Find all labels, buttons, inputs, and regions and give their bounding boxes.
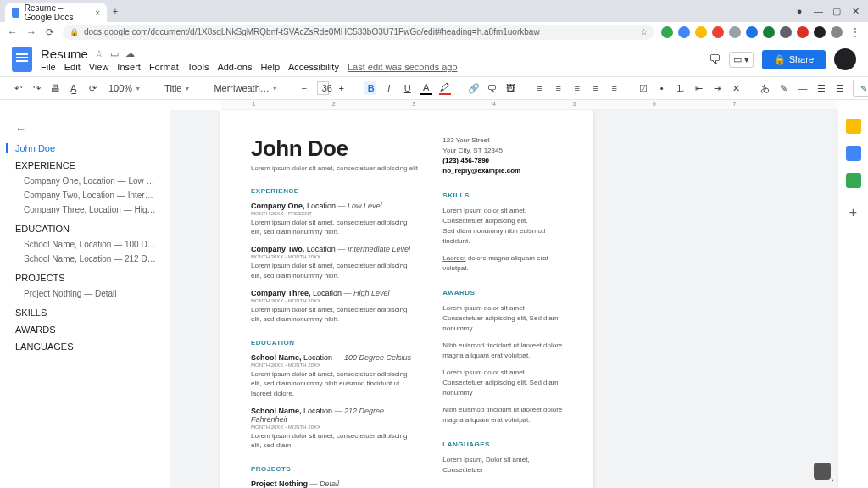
ext-icon[interactable] (712, 26, 724, 38)
print-button[interactable]: 🖶 (49, 83, 61, 93)
editing-mode-select[interactable]: ✎ Editing ▼ (853, 80, 868, 97)
tb-op2-icon[interactable]: ☰ (834, 83, 846, 94)
calendar-icon[interactable] (846, 119, 861, 134)
section-skills[interactable]: SKILLS (442, 191, 563, 199)
skills-text-2[interactable]: Laoreet dolore magna aliquam erat volutp… (442, 253, 563, 274)
ext-icon[interactable] (831, 26, 843, 38)
menu-file[interactable]: File (41, 62, 56, 72)
menu-accessibility[interactable]: Accessibility (288, 62, 339, 72)
outline-heading[interactable]: SKILLS (15, 308, 161, 318)
side-panel-toggle[interactable]: › (831, 474, 834, 485)
last-edit-link[interactable]: Last edit was seconds ago (348, 62, 458, 72)
size-minus[interactable]: − (298, 83, 310, 93)
menu-addons[interactable]: Add-ons (217, 62, 252, 72)
clear-format-button[interactable]: ✕ (731, 83, 743, 94)
italic-button[interactable]: I (383, 83, 395, 93)
skills-text[interactable]: Lorem ipsum dolor sit amet. Consectetuer… (442, 206, 563, 247)
close-window-button[interactable]: ✕ (851, 6, 860, 17)
present-icon[interactable]: ▭ ▾ (729, 52, 754, 68)
font-select[interactable]: Merriweath…▼ (210, 83, 281, 93)
align-center-button[interactable]: ≡ (553, 83, 565, 93)
size-plus[interactable]: + (336, 83, 348, 93)
award-text[interactable]: Lorem ipsum dolor sit amet Consectetuer … (442, 303, 563, 334)
menu-format[interactable]: Format (149, 62, 179, 72)
tasks-icon[interactable] (846, 173, 861, 188)
outline-item[interactable]: School Name, Location — 100 D… (15, 237, 161, 252)
resume-entry[interactable]: Company One, Location — Low LevelMONTH 2… (251, 202, 419, 236)
outline-heading[interactable]: AWARDS (15, 324, 161, 335)
close-tab-icon[interactable]: × (95, 8, 100, 18)
award-text[interactable]: Nibh euismod tincidunt ut laoreet dolore… (442, 405, 563, 425)
section-languages[interactable]: LANGUAGES (442, 441, 563, 448)
redo-button[interactable]: ↷ (31, 83, 42, 94)
outline-item[interactable]: School Name, Location — 212 D… (15, 252, 161, 266)
outline-heading[interactable]: EXPERIENCE (15, 160, 161, 170)
ext-icon[interactable] (695, 26, 707, 38)
menu-view[interactable]: View (89, 62, 109, 72)
resume-entry[interactable]: Company Three, Location — High LevelMONT… (251, 289, 419, 324)
address-bar[interactable]: 🔒 docs.google.com/document/d/1X8sqLNkSgM… (63, 25, 654, 40)
resume-entry[interactable]: School Name, Location — 100 Degree Celsi… (251, 353, 419, 398)
highlight-button[interactable]: 🖍 (439, 82, 451, 95)
comment-button[interactable]: 🗨 (487, 83, 498, 93)
tb-line-icon[interactable]: — (797, 83, 809, 93)
ext-icon[interactable] (678, 26, 690, 38)
bold-button[interactable]: B (364, 81, 376, 95)
ext-icon[interactable] (780, 26, 792, 38)
ruler[interactable]: 1 2 3 4 5 6 7 (221, 100, 837, 110)
contact-block[interactable]: 123 Your Street Your City, ST 12345 (123… (442, 136, 563, 176)
undo-button[interactable]: ↶ (12, 83, 24, 94)
zoom-select[interactable]: 100%▼ (105, 83, 144, 93)
number-list-button[interactable]: 1. (675, 83, 687, 93)
browser-tab[interactable]: Resume – Google Docs × (5, 3, 107, 22)
page[interactable]: John Doe Lorem ipsum dolor sit amet, con… (220, 110, 593, 488)
maximize-button[interactable]: ▢ (832, 6, 841, 17)
menu-tools[interactable]: Tools (187, 62, 209, 72)
cloud-status-icon[interactable]: ☁ (125, 48, 135, 59)
outline-item[interactable]: Company Three, Location — Hig… (15, 202, 161, 217)
section-projects[interactable]: PROJECTS (251, 465, 419, 473)
text-color-button[interactable]: A (420, 82, 432, 95)
document-canvas[interactable]: John Doe Lorem ipsum dolor sit amet, con… (170, 110, 837, 488)
style-select[interactable]: Title▼ (161, 83, 193, 93)
align-right-button[interactable]: ≡ (571, 83, 583, 93)
tb-op1-icon[interactable]: ☰ (815, 83, 827, 94)
ext-icon[interactable] (661, 26, 673, 38)
ext-icon[interactable] (729, 26, 741, 38)
outline-item[interactable]: Company One, Location — Low … (15, 174, 161, 188)
ext-icon[interactable] (814, 26, 826, 38)
underline-button[interactable]: U (402, 83, 414, 93)
award-text[interactable]: Nibh euismod tincidunt ut laoreet dolore… (442, 341, 563, 361)
indent-button[interactable]: ⇥ (712, 83, 724, 94)
add-addon-button[interactable]: + (849, 205, 857, 220)
outline-item[interactable]: Company Two, Location — Inter… (15, 188, 161, 202)
forward-button[interactable]: → (25, 26, 37, 38)
font-size-input[interactable]: 36 (317, 81, 329, 95)
spellcheck-button[interactable]: A̲ (68, 83, 80, 94)
ext-icon[interactable] (763, 26, 775, 38)
resume-name[interactable]: John Doe (251, 136, 419, 162)
section-awards[interactable]: AWARDS (442, 289, 563, 297)
outline-back-button[interactable]: ← (15, 122, 161, 135)
new-tab-button[interactable]: + (107, 6, 124, 16)
ime-button[interactable]: あ (760, 82, 771, 95)
checklist-button[interactable]: ☑ (637, 83, 649, 94)
section-experience[interactable]: EXPERIENCE (251, 187, 419, 195)
outline-heading[interactable]: PROJECTS (15, 273, 161, 283)
document-title[interactable]: Resume (41, 47, 88, 61)
award-text[interactable]: Lorem ipsum dolor sit amet Consectetuer … (442, 368, 563, 398)
outline-heading[interactable]: LANGUAGES (15, 341, 161, 352)
link-button[interactable]: 🔗 (468, 83, 480, 94)
account-avatar[interactable] (834, 48, 856, 70)
keep-icon[interactable] (846, 146, 861, 161)
star-icon[interactable]: ☆ (640, 27, 648, 36)
move-icon[interactable]: ▭ (110, 48, 119, 59)
resume-entry[interactable]: School Name, Location — 212 Degree Fahre… (251, 407, 419, 450)
paint-format-button[interactable]: ⟳ (86, 83, 98, 94)
back-button[interactable]: ← (7, 26, 19, 38)
line-spacing-button[interactable]: ≡ (609, 83, 620, 93)
minimize-button[interactable]: — (814, 6, 822, 17)
comment-history-icon[interactable]: 🗨 (709, 53, 721, 66)
resume-tagline[interactable]: Lorem ipsum dolor sit amet, consectetuer… (251, 164, 419, 172)
section-education[interactable]: EDUCATION (251, 339, 419, 347)
